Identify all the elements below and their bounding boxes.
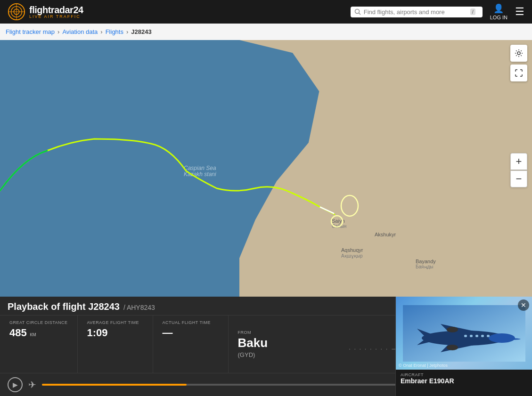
stat-actual-time: ACTUAL FLIGHT TIME — bbox=[153, 315, 229, 373]
breadcrumb-flights[interactable]: Flights bbox=[106, 28, 123, 35]
breadcrumb-flight-tracker[interactable]: Flight tracker map bbox=[6, 28, 55, 35]
stat-avg-time: AVERAGE FLIGHT TIME 1:09 bbox=[78, 315, 153, 373]
svg-point-9 bbox=[517, 52, 520, 55]
progress-fill bbox=[42, 384, 187, 386]
aircraft-type: Embraer E190AR bbox=[401, 377, 527, 385]
gear-icon bbox=[515, 49, 523, 57]
aircraft-info: AIRCRAFT Embraer E190AR bbox=[396, 370, 532, 388]
stat-avg-time-value: 1:09 bbox=[87, 327, 143, 339]
svg-rect-13 bbox=[464, 335, 467, 337]
zoom-out-button[interactable]: − bbox=[510, 170, 527, 187]
aircraft-panel: © Onat Eronat | Jetphotos ✕ AIRCRAFT Emb… bbox=[395, 297, 532, 396]
svg-point-5 bbox=[355, 9, 359, 14]
breadcrumb: Flight tracker map › Aviation data › Fli… bbox=[0, 24, 532, 40]
close-aircraft-panel-button[interactable]: ✕ bbox=[518, 299, 529, 311]
login-label: LOG IN bbox=[490, 15, 507, 20]
stat-distance-label: GREAT CIRCLE DISTANCE bbox=[9, 320, 68, 325]
stat-distance-value: 485 км bbox=[9, 327, 68, 339]
map-settings-button[interactable] bbox=[510, 45, 527, 62]
logo-main: flightradar24 bbox=[29, 5, 83, 15]
stat-distance: GREAT CIRCLE DISTANCE 485 км bbox=[0, 315, 78, 373]
map-background: Caspian Sea Kazakh stani Akshukyr Aqshuq… bbox=[0, 40, 532, 297]
svg-point-18 bbox=[447, 345, 458, 350]
aircraft-label: AIRCRAFT bbox=[401, 372, 527, 377]
bottom-panel: Playback of flight J28243 / AHY8243 GREA… bbox=[0, 297, 532, 396]
stat-actual-time-value: — bbox=[163, 327, 219, 339]
svg-rect-15 bbox=[475, 335, 478, 337]
play-button[interactable]: ▶ bbox=[8, 377, 23, 392]
stat-actual-time-label: ACTUAL FLIGHT TIME bbox=[163, 320, 219, 325]
search-bar[interactable]: / bbox=[351, 7, 483, 17]
svg-line-6 bbox=[359, 13, 360, 15]
svg-rect-17 bbox=[487, 335, 490, 337]
svg-point-19 bbox=[447, 327, 458, 332]
breadcrumb-sep-3: › bbox=[126, 28, 128, 35]
login-button[interactable]: 👤 LOG IN bbox=[490, 3, 507, 20]
stat-distance-unit: км bbox=[30, 331, 36, 338]
route-from-label: FROM bbox=[238, 330, 268, 335]
map-container[interactable]: Caspian Sea Kazakh stani Akshukyr Aqshuq… bbox=[0, 40, 532, 297]
fullscreen-icon bbox=[515, 69, 523, 77]
flight-title-alt: / AHY8243 bbox=[123, 304, 155, 311]
stat-avg-time-label: AVERAGE FLIGHT TIME bbox=[87, 320, 143, 325]
route-from-code: (GYD) bbox=[238, 351, 268, 358]
svg-rect-14 bbox=[470, 335, 473, 337]
map-controls-top bbox=[510, 45, 527, 81]
zoom-in-button[interactable]: + bbox=[510, 153, 527, 170]
top-nav: flightradar24 LIVE AIR TRAFFIC / 👤 LOG I… bbox=[0, 0, 532, 24]
route-from: FROM Baku (GYD) bbox=[238, 330, 268, 358]
logo-sub: LIVE AIR TRAFFIC bbox=[29, 15, 83, 19]
breadcrumb-sep-2: › bbox=[100, 28, 102, 35]
svg-rect-16 bbox=[481, 335, 484, 337]
aircraft-image bbox=[403, 305, 525, 362]
logo-text: flightradar24 LIVE AIR TRAFFIC bbox=[29, 5, 83, 19]
aircraft-photo: © Onat Eronat | Jetphotos ✕ bbox=[396, 297, 532, 370]
breadcrumb-aviation-data[interactable]: Aviation data bbox=[62, 28, 98, 35]
breadcrumb-sep-1: › bbox=[57, 28, 59, 35]
logo-icon bbox=[8, 3, 25, 21]
photo-credit: © Onat Eronat | Jetphotos bbox=[399, 363, 448, 368]
flight-title-main: Playback of flight J28243 bbox=[8, 301, 120, 312]
menu-button[interactable]: ☰ bbox=[515, 6, 524, 18]
stat-distance-number: 485 bbox=[9, 327, 27, 339]
svg-point-12 bbox=[489, 333, 515, 343]
plane-icon: ✈ bbox=[28, 379, 36, 390]
route-from-city: Baku bbox=[238, 336, 268, 350]
search-input[interactable] bbox=[364, 8, 467, 16]
logo: flightradar24 LIVE AIR TRAFFIC bbox=[8, 3, 83, 21]
map-fullscreen-button[interactable] bbox=[510, 65, 527, 81]
map-zoom-controls: + − bbox=[510, 153, 527, 187]
nav-right: / 👤 LOG IN ☰ bbox=[351, 3, 524, 20]
breadcrumb-current: J28243 bbox=[131, 28, 151, 35]
user-icon: 👤 bbox=[493, 3, 504, 14]
search-icon bbox=[354, 8, 361, 15]
search-shortcut: / bbox=[470, 8, 475, 15]
